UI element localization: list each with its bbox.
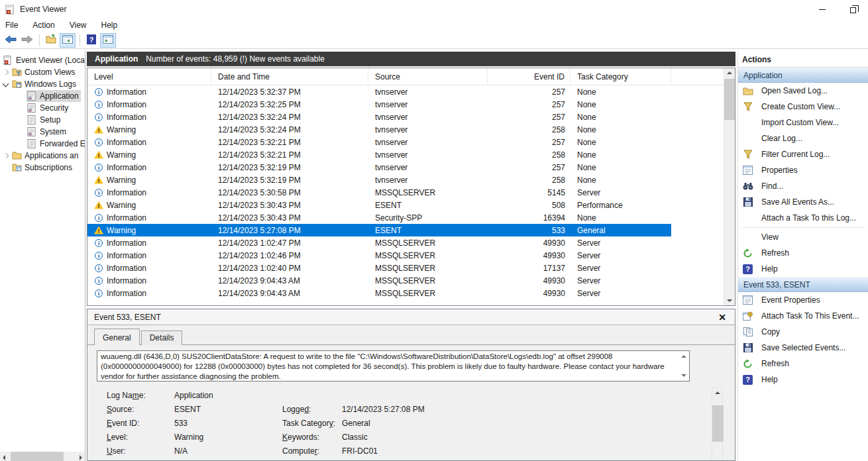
action-refresh[interactable]: Refresh xyxy=(738,245,868,261)
menu-view[interactable]: View xyxy=(70,21,87,30)
event-id-cell: 257 xyxy=(488,113,570,122)
page-icon xyxy=(27,139,37,148)
back-button[interactable] xyxy=(3,33,19,48)
action-save-selected-events[interactable]: Save Selected Events... xyxy=(738,340,868,356)
action-help[interactable]: ?Help xyxy=(738,261,868,277)
event-row[interactable]: !Warning12/14/2023 5:27:08 PMESENT533Gen… xyxy=(87,224,671,236)
event-row[interactable]: iInformation12/14/2023 5:32:21 PMtvnserv… xyxy=(87,136,671,148)
action-save-all-events-as[interactable]: Save All Events As... xyxy=(738,194,868,210)
event-list-scrollbar[interactable] xyxy=(724,68,735,305)
actions-section-event-533-esent[interactable]: Event 533, ESENT xyxy=(738,277,868,292)
show-hide-action-pane-button[interactable] xyxy=(100,33,116,48)
scroll-up-arrow-icon[interactable] xyxy=(724,68,735,78)
message-scrollbar[interactable] xyxy=(680,352,688,380)
action-help[interactable]: ?Help xyxy=(738,372,868,387)
event-row[interactable]: iInformation12/14/2023 1:02:40 PMMSSQLSE… xyxy=(87,262,671,274)
action-label: Create Custom View... xyxy=(761,102,840,111)
tree-item-body[interactable]: Event Viewer (Local) xyxy=(3,54,85,66)
action-properties[interactable]: Properties xyxy=(738,162,868,178)
expand-arrow-icon[interactable] xyxy=(3,153,9,159)
event-row[interactable]: iInformation12/14/2023 5:32:37 PMtvnserv… xyxy=(87,85,671,98)
column-header-date-and-time[interactable]: Date and Time xyxy=(211,68,368,85)
tree-item-body[interactable]: Subscriptions xyxy=(11,162,74,174)
event-row[interactable]: iInformation12/14/2023 1:02:47 PMMSSQLSE… xyxy=(87,236,671,249)
menu-file[interactable]: File xyxy=(5,21,18,30)
column-header-event-id[interactable]: Event ID xyxy=(488,68,570,85)
restore-button[interactable] xyxy=(838,0,868,19)
action-view[interactable]: View xyxy=(738,229,868,245)
event-row[interactable]: !Warning12/14/2023 5:32:24 PMtvnserver25… xyxy=(87,123,671,136)
event-row[interactable]: iInformation12/14/2023 1:02:46 PMMSSQLSE… xyxy=(87,249,671,262)
scroll-down-arrow-icon[interactable] xyxy=(681,373,686,378)
action-copy[interactable]: Copy xyxy=(738,324,868,340)
column-header-level[interactable]: Level xyxy=(87,68,211,85)
action-attach-a-task-to-this-log[interactable]: Attach a Task To this Log... xyxy=(738,210,868,226)
tree-item-body[interactable]: Security xyxy=(27,102,70,114)
event-row[interactable]: iInformation12/14/2023 9:04:43 AMMSSQLSE… xyxy=(87,274,671,287)
sidebar-item-event-viewer-local[interactable]: Event Viewer (Local) xyxy=(0,54,85,66)
sidebar-item-forwarded-ev[interactable]: Forwarded Ev xyxy=(0,138,85,150)
column-header-source[interactable]: Source xyxy=(368,68,488,85)
tree-item-body[interactable]: Custom Views xyxy=(11,66,77,78)
source-label: Source: xyxy=(107,405,134,414)
sidebar-item-applications-an[interactable]: Applications an xyxy=(0,150,85,162)
event-row[interactable]: iInformation12/14/2023 9:04:43 AMMSSQLSE… xyxy=(87,287,671,299)
action-event-properties[interactable]: Event Properties xyxy=(738,292,868,308)
event-row[interactable]: !Warning12/14/2023 5:30:43 PMESENT508Per… xyxy=(87,199,671,211)
forward-button[interactable] xyxy=(19,33,35,48)
event-row[interactable]: iInformation12/14/2023 5:32:25 PMtvnserv… xyxy=(87,98,671,111)
scroll-up-arrow-icon[interactable] xyxy=(681,354,686,359)
scroll-down-arrow-icon[interactable] xyxy=(724,295,735,305)
event-row[interactable]: iInformation12/14/2023 5:32:19 PMtvnserv… xyxy=(87,161,671,174)
column-header-task-category[interactable]: Task Category xyxy=(570,68,671,85)
event-message-box[interactable]: wuaueng.dll (6436,D,0) SUS20ClientDataSt… xyxy=(97,350,690,382)
tree-item-body[interactable]: Applications an xyxy=(11,150,80,162)
actions-section-application[interactable]: Application xyxy=(738,68,868,83)
open-saved-log-button[interactable] xyxy=(43,33,59,48)
scroll-up-arrow-icon[interactable] xyxy=(712,388,724,398)
sidebar-item-application[interactable]: Application xyxy=(0,90,85,102)
menu-help[interactable]: Help xyxy=(101,21,118,30)
action-import-custom-view[interactable]: Import Custom View... xyxy=(738,115,868,130)
event-row[interactable]: iInformation12/14/2023 5:32:24 PMtvnserv… xyxy=(87,111,671,123)
close-icon[interactable]: ✕ xyxy=(716,312,728,323)
event-row[interactable]: !Warning12/14/2023 5:32:21 PMtvnserver25… xyxy=(87,148,671,161)
action-open-saved-log[interactable]: Open Saved Log... xyxy=(738,83,868,99)
log-summary: Number of events: 48,959 (!) New events … xyxy=(146,54,324,64)
sidebar-item-setup[interactable]: Setup xyxy=(0,114,85,126)
minimize-button[interactable] xyxy=(807,0,838,19)
collapse-arrow-icon[interactable] xyxy=(3,81,9,87)
event-row[interactable]: iInformation12/14/2023 5:30:58 PMMSSQLSE… xyxy=(87,186,671,199)
sidebar-item-system[interactable]: System xyxy=(0,126,85,138)
scrollbar-thumb[interactable] xyxy=(724,79,735,120)
tab-general[interactable]: General xyxy=(94,329,140,345)
scroll-left-arrow-icon[interactable] xyxy=(0,452,9,461)
scrollbar-thumb[interactable] xyxy=(11,452,64,461)
action-filter-current-log[interactable]: Filter Current Log... xyxy=(738,146,868,162)
tree-item-body[interactable]: Windows Logs xyxy=(11,78,78,90)
help-button[interactable]: ? xyxy=(83,33,99,48)
tree-item-body[interactable]: Setup xyxy=(27,114,62,126)
tree-horizontal-scrollbar[interactable] xyxy=(0,452,85,461)
sidebar-item-windows-logs[interactable]: Windows Logs xyxy=(0,78,85,90)
tree-item-body[interactable]: Application xyxy=(27,90,81,102)
scroll-right-arrow-icon[interactable] xyxy=(76,452,85,461)
action-refresh[interactable]: Refresh xyxy=(738,356,868,372)
action-attach-task-to-this-event[interactable]: Attach Task To This Event... xyxy=(738,308,868,324)
action-find[interactable]: Find... xyxy=(738,178,868,194)
event-row[interactable]: iInformation12/14/2023 5:30:43 PMSecurit… xyxy=(87,211,671,224)
tree-item-body[interactable]: System xyxy=(27,126,68,138)
expand-arrow-icon[interactable] xyxy=(3,70,9,76)
tab-details[interactable]: Details xyxy=(141,331,183,345)
tree-item-body[interactable]: Forwarded Ev xyxy=(27,138,85,150)
event-row[interactable]: !Warning12/14/2023 5:32:19 PMtvnserver25… xyxy=(87,174,671,186)
details-scrollbar[interactable] xyxy=(712,387,723,461)
show-hide-console-tree-button[interactable] xyxy=(60,33,76,48)
sidebar-item-security[interactable]: Security xyxy=(0,102,85,114)
scrollbar-thumb[interactable] xyxy=(712,405,724,442)
menu-action[interactable]: Action xyxy=(32,21,54,30)
sidebar-item-subscriptions[interactable]: Subscriptions xyxy=(0,162,85,174)
action-create-custom-view[interactable]: Create Custom View... xyxy=(738,99,868,115)
action-clear-log[interactable]: Clear Log... xyxy=(738,130,868,146)
sidebar-item-custom-views[interactable]: Custom Views xyxy=(0,66,85,78)
